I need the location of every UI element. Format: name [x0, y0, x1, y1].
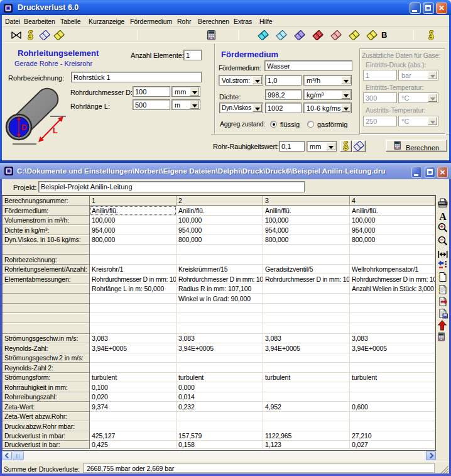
svg-text:D: D	[21, 123, 27, 132]
svg-text:L: L	[53, 126, 58, 135]
